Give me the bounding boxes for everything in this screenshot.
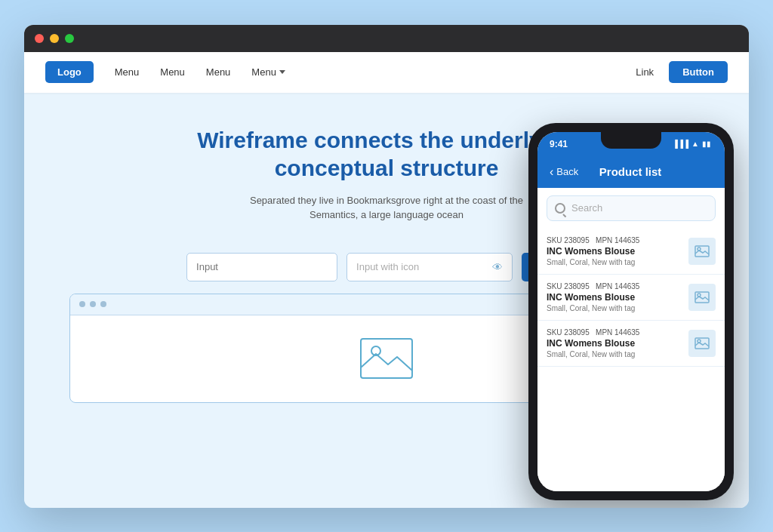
product-img-icon-2 bbox=[694, 291, 710, 303]
product-sku-2: SKU 238095 MPN 144635 bbox=[547, 282, 639, 291]
phone-overlay: 9:41 ▐▐▐ ▲ ▮▮ ‹ Back Product lis bbox=[528, 123, 734, 500]
back-label: Back bbox=[556, 166, 578, 177]
product-img-icon-3 bbox=[694, 337, 710, 349]
chevron-down-icon bbox=[279, 70, 285, 74]
product-desc-3: Small, Coral, New with tag bbox=[547, 350, 639, 358]
logo-button[interactable]: Logo bbox=[45, 61, 94, 83]
product-img-icon-1 bbox=[694, 245, 710, 257]
product-sku-1: SKU 238095 MPN 144635 bbox=[547, 236, 639, 244]
product-info-2: SKU 238095 MPN 144635 INC Womens Blouse … bbox=[547, 282, 639, 312]
mac-window: Logo Menu Menu Menu Menu Link Button Wir… bbox=[24, 25, 749, 508]
product-list: SKU 238095 MPN 144635 INC Womens Blouse … bbox=[537, 229, 725, 491]
image-placeholder-icon bbox=[359, 337, 414, 380]
nav-right: Link Button bbox=[636, 61, 728, 83]
product-image-2 bbox=[688, 284, 716, 311]
product-desc-2: Small, Coral, New with tag bbox=[547, 304, 639, 312]
phone-back-button[interactable]: ‹ Back bbox=[550, 165, 578, 179]
input-with-icon-text: Input with icon bbox=[356, 261, 419, 272]
close-button[interactable] bbox=[35, 34, 44, 43]
nav-link[interactable]: Link bbox=[636, 66, 654, 78]
phone-nav-title: Product list bbox=[599, 165, 662, 178]
phone-search-input[interactable]: Search bbox=[547, 195, 716, 221]
phone-nav-bar: ‹ Back Product list bbox=[537, 156, 725, 188]
title-bar bbox=[24, 25, 749, 52]
product-item-3[interactable]: SKU 238095 MPN 144635 INC Womens Blouse … bbox=[537, 321, 725, 367]
nav-menu-1[interactable]: Menu bbox=[115, 66, 140, 78]
battery-icon: ▮▮ bbox=[702, 140, 711, 148]
product-sku-3: SKU 238095 MPN 144635 bbox=[547, 328, 639, 337]
product-info-3: SKU 238095 MPN 144635 INC Womens Blouse … bbox=[547, 328, 639, 358]
phone-time: 9:41 bbox=[550, 139, 568, 149]
phone-status-icons: ▐▐▐ ▲ ▮▮ bbox=[673, 140, 711, 148]
minimize-button[interactable] bbox=[50, 34, 59, 43]
nav-menu-4-dropdown[interactable]: Menu bbox=[251, 66, 285, 78]
wifi-icon: ▲ bbox=[691, 140, 699, 148]
back-chevron-icon: ‹ bbox=[550, 165, 553, 179]
nav-menu-3[interactable]: Menu bbox=[206, 66, 231, 78]
search-placeholder: Search bbox=[571, 202, 602, 214]
embed-dot-2 bbox=[90, 301, 96, 307]
product-image-1 bbox=[688, 238, 716, 265]
website-content: Logo Menu Menu Menu Menu Link Button Wir… bbox=[24, 52, 749, 508]
input-field[interactable] bbox=[186, 253, 337, 281]
search-icon bbox=[555, 203, 565, 214]
nav-cta-button[interactable]: Button bbox=[669, 61, 728, 83]
nav-links: Menu Menu Menu Menu bbox=[115, 66, 636, 78]
navbar: Logo Menu Menu Menu Menu Link Button bbox=[24, 52, 749, 93]
svg-rect-0 bbox=[361, 339, 412, 378]
signal-icon: ▐▐▐ bbox=[673, 140, 688, 148]
product-name-1: INC Womens Blouse bbox=[547, 246, 639, 257]
phone-shell: 9:41 ▐▐▐ ▲ ▮▮ ‹ Back Product lis bbox=[528, 123, 734, 500]
phone-notch bbox=[601, 132, 661, 149]
nav-menu-2[interactable]: Menu bbox=[160, 66, 185, 78]
phone-search-bar: Search bbox=[537, 188, 725, 229]
eye-icon: 👁 bbox=[492, 261, 503, 273]
product-item-1[interactable]: SKU 238095 MPN 144635 INC Womens Blouse … bbox=[537, 229, 725, 275]
product-name-2: INC Womens Blouse bbox=[547, 292, 639, 303]
product-name-3: INC Womens Blouse bbox=[547, 338, 639, 349]
embed-dot-3 bbox=[100, 301, 106, 307]
phone-screen: 9:41 ▐▐▐ ▲ ▮▮ ‹ Back Product lis bbox=[537, 132, 725, 491]
product-info-1: SKU 238095 MPN 144635 INC Womens Blouse … bbox=[547, 236, 639, 266]
product-desc-1: Small, Coral, New with tag bbox=[547, 258, 639, 266]
input-with-icon-wrapper[interactable]: Input with icon 👁 bbox=[346, 253, 513, 281]
product-image-3 bbox=[688, 330, 716, 357]
embed-dot-1 bbox=[79, 301, 85, 307]
maximize-button[interactable] bbox=[65, 34, 74, 43]
product-item-2[interactable]: SKU 238095 MPN 144635 INC Womens Blouse … bbox=[537, 275, 725, 321]
